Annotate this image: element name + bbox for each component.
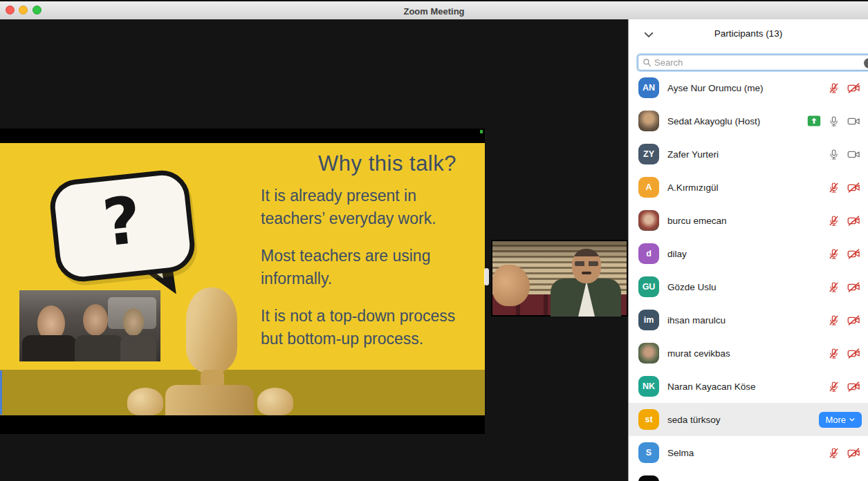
question-speech-bubble: ? [48,168,197,284]
participant-status-icons [828,446,862,460]
participant-avatar: A [638,177,659,198]
participant-row[interactable]: burcu emecan [629,204,868,237]
participant-avatar: AN [638,77,659,98]
search-input[interactable] [652,57,868,68]
zoom-meeting-window: Zoom Meeting Why this talk? It is alread… [0,0,868,481]
participant-row[interactable]: murat cevikbas [629,337,868,370]
participant-avatar [638,210,659,231]
camera-on-icon [847,148,861,161]
participant-row[interactable]: A A.Kırmızıgül [629,171,868,204]
camera-on-icon [847,115,861,128]
slide-bullet: It is not a top-down process but bottom-… [261,305,472,350]
participant-row[interactable] [629,469,868,481]
participant-search-box[interactable] [638,55,868,70]
participant-name: A.Kırmızıgül [667,182,719,193]
participant-name: Selma [667,448,694,458]
participant-row[interactable]: NK Naran Kayacan Köse [629,370,868,403]
speaker-hand [492,265,530,306]
participant-row[interactable]: S Selma [629,436,868,469]
participant-row[interactable]: AN Ayse Nur Orumcu (me) [629,71,868,104]
participant-row[interactable]: GU Gözde Uslu [629,270,868,303]
camera-off-icon [847,181,861,194]
camera-off-icon [847,82,861,95]
mic-muted-icon [828,446,840,460]
mic-on-icon [828,148,840,161]
participant-avatar: im [638,310,659,330]
participant-avatar [638,111,659,131]
participant-name: dilay [667,249,687,259]
participant-row[interactable]: im ihsan marulcu [629,303,868,337]
camera-off-icon [847,380,861,393]
participant-name: Ayse Nur Orumcu (me) [667,83,764,93]
slide-blue-strip [0,370,2,415]
meeting-content-area: Why this talk? It is already present in … [0,19,628,481]
movie-still-image [19,290,160,361]
status-dot [480,130,483,133]
participant-row[interactable]: Sedat Akayoglu (Host) [629,104,868,138]
mic-muted-icon [828,281,840,294]
camera-off-icon [847,314,861,327]
mic-muted-icon [828,380,840,393]
participant-name: burcu emecan [667,216,727,226]
chevron-down-icon [849,416,856,423]
participant-name: Gözde Uslu [667,282,717,292]
participant-avatar [638,475,659,481]
screen-sharing-icon [807,115,821,126]
participant-avatar: d [638,243,659,264]
camera-off-icon [847,446,861,460]
mic-on-icon [828,115,840,128]
participant-name: seda türksoy [667,415,721,425]
participant-avatar: GU [638,276,659,297]
participant-status-icons [828,380,862,393]
mic-muted-icon [828,214,840,227]
letterbox-bar [0,415,485,434]
more-button[interactable]: More [819,412,862,428]
camera-off-icon [847,281,861,294]
participant-avatar [638,343,659,364]
participants-title: Participants (13) [629,28,868,39]
speaker-video-thumbnail[interactable] [491,240,628,317]
participant-avatar: NK [638,376,659,397]
mic-muted-icon [828,181,840,194]
slide-picture: Why this talk? It is already present in … [0,143,485,415]
mic-muted-icon [828,82,840,95]
participant-name: Zafer Yurteri [667,149,719,160]
participant-status-icons [828,247,862,261]
mannequin-figure [186,287,237,373]
participant-row[interactable]: st seda türksoy More [629,403,868,436]
mic-muted-icon [828,247,840,261]
participant-name: Naran Kayacan Köse [667,381,756,392]
participant-avatar: S [638,442,659,463]
participant-status-icons [828,281,862,294]
mic-muted-icon [828,314,840,327]
shared-screen-video: Why this talk? It is already present in … [0,129,485,434]
window-titlebar[interactable]: Zoom Meeting [0,1,868,20]
participant-status-icons [828,347,862,360]
participant-row[interactable]: d dilay [629,237,868,270]
participant-status-icons [828,214,862,227]
participant-status-icons [828,82,862,95]
camera-off-icon [847,347,861,360]
participant-status-icons [828,181,862,194]
camera-off-icon [847,214,861,227]
question-mark: ? [53,178,190,266]
slide-bullets: It is already present in teachers’ every… [261,185,472,365]
participant-row[interactable]: ZY Zafer Yurteri [629,138,868,171]
slide-title: Why this talk? [318,151,456,176]
participants-header: Participants (13) [629,19,868,50]
thumbnail-drag-handle[interactable] [484,268,489,285]
participant-avatar: st [638,409,659,430]
speaker-face [572,249,601,283]
participant-name: murat cevikbas [667,348,730,359]
slide-bullet: It is already present in teachers’ every… [261,185,472,230]
window-title: Zoom Meeting [0,6,868,17]
participant-avatar: ZY [638,144,659,164]
participant-name: Sedat Akayoglu (Host) [667,116,760,126]
participant-name: ihsan marulcu [667,315,726,326]
mic-muted-icon [828,347,840,360]
camera-off-icon [847,247,861,261]
participant-status-icons [828,148,862,161]
participants-panel: Participants (13) AN Ayse Nur Orumcu (me… [628,19,868,481]
participants-list: AN Ayse Nur Orumcu (me) Sedat Akayoglu (… [629,71,868,481]
slide-bullet: Most teachers are using informally. [261,245,472,290]
